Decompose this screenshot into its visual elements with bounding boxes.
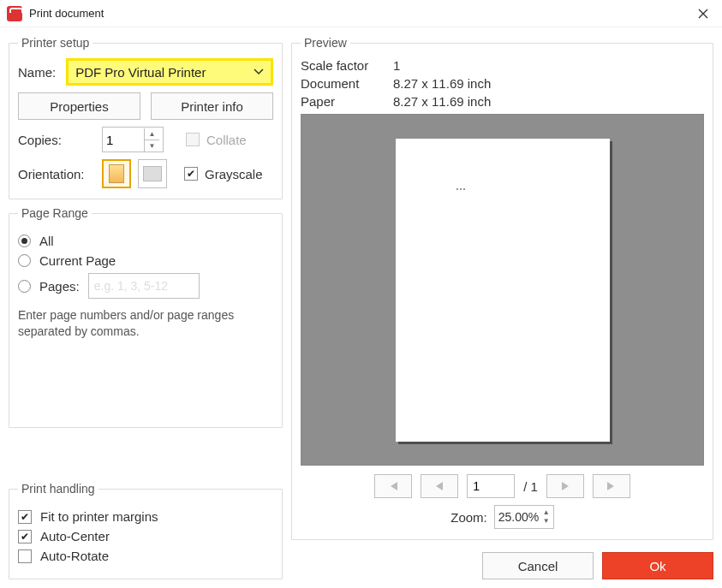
auto-center-label: Auto-Center — [40, 529, 110, 543]
zoom-stepper[interactable]: 25.00% ▲ ▼ — [494, 505, 554, 529]
printer-setup-group: Printer setup Name: PDF Pro Virtual Prin… — [9, 36, 283, 199]
copies-spin-up[interactable]: ▲ — [145, 128, 159, 140]
copies-stepper[interactable]: ▲ ▼ — [102, 127, 164, 152]
range-pages-input[interactable] — [88, 273, 200, 299]
portrait-icon — [109, 164, 124, 183]
range-current-label: Current Page — [39, 253, 116, 268]
print-handling-legend: Print handling — [18, 482, 98, 496]
zoom-value: 25.00% — [498, 510, 539, 524]
zoom-spin-up[interactable]: ▲ — [543, 508, 550, 517]
close-icon — [698, 9, 708, 19]
grayscale-label: Grayscale — [205, 167, 263, 181]
fit-margins-checkbox[interactable]: ✔ — [18, 510, 32, 524]
page-total-label: / 1 — [523, 479, 538, 494]
document-size-label: Document — [301, 76, 386, 91]
range-pages-radio[interactable] — [18, 280, 31, 293]
range-current-radio[interactable] — [18, 254, 31, 267]
properties-button[interactable]: Properties — [18, 92, 140, 120]
page-next-button[interactable] — [546, 474, 584, 498]
page-last-button[interactable] — [593, 474, 630, 498]
auto-rotate-checkbox[interactable] — [18, 549, 32, 563]
copies-spin-down[interactable]: ▼ — [145, 140, 159, 151]
collate-label: Collate — [206, 133, 247, 147]
ok-button[interactable]: Ok — [602, 552, 713, 579]
preview-page: ⋯ — [396, 139, 610, 442]
document-size-value: 8.27 x 11.69 inch — [393, 76, 491, 91]
copies-input[interactable] — [103, 133, 144, 147]
collate-checkbox[interactable] — [186, 133, 200, 146]
first-page-icon — [387, 482, 399, 490]
auto-rotate-label: Auto-Rotate — [40, 549, 109, 563]
preview-canvas: ⋯ — [301, 114, 704, 466]
printer-name-label: Name: — [18, 65, 56, 80]
window-title: Print document — [29, 7, 691, 20]
orientation-label: Orientation: — [18, 167, 95, 181]
last-page-icon — [606, 482, 618, 490]
printer-selected-value: PDF Pro Virtual Printer — [75, 65, 206, 80]
app-icon — [7, 6, 22, 21]
page-range-group: Page Range All Current Page Pages: Enter… — [9, 206, 283, 428]
print-handling-group: Print handling ✔ Fit to printer margins … — [9, 482, 283, 579]
paper-size-label: Paper — [301, 94, 386, 109]
preview-page-content: ⋯ — [456, 183, 466, 195]
page-first-button[interactable] — [374, 474, 412, 498]
orientation-portrait-button[interactable] — [102, 159, 131, 188]
paper-size-value: 8.27 x 11.69 inch — [393, 94, 491, 109]
range-all-label: All — [39, 234, 54, 248]
fit-margins-label: Fit to printer margins — [40, 509, 158, 524]
cancel-button[interactable]: Cancel — [482, 552, 594, 579]
next-page-icon — [560, 482, 570, 490]
prev-page-icon — [434, 482, 445, 490]
copies-label: Copies: — [18, 133, 95, 147]
chevron-down-icon — [254, 68, 264, 75]
grayscale-checkbox[interactable]: ✔ — [184, 167, 198, 181]
auto-center-checkbox[interactable]: ✔ — [18, 530, 32, 543]
range-all-radio[interactable] — [18, 235, 31, 247]
printer-setup-legend: Printer setup — [18, 36, 92, 50]
preview-legend: Preview — [301, 36, 350, 50]
preview-group: Preview Scale factor 1 Document 8.27 x 1… — [291, 36, 713, 540]
zoom-label: Zoom: — [451, 510, 487, 525]
page-range-legend: Page Range — [18, 206, 92, 220]
landscape-icon — [143, 166, 162, 181]
page-number-input[interactable] — [467, 474, 515, 498]
printer-info-button[interactable]: Printer info — [151, 92, 273, 120]
scale-factor-label: Scale factor — [301, 58, 386, 73]
range-hint: Enter page numbers and/or page ranges se… — [18, 307, 273, 340]
close-button[interactable] — [691, 2, 715, 26]
range-pages-label: Pages: — [39, 279, 80, 294]
printer-select[interactable]: PDF Pro Virtual Printer — [66, 58, 273, 86]
scale-factor-value: 1 — [393, 58, 400, 73]
page-prev-button[interactable] — [421, 474, 458, 498]
zoom-spin-down[interactable]: ▼ — [543, 517, 550, 526]
orientation-landscape-button[interactable] — [138, 159, 167, 188]
